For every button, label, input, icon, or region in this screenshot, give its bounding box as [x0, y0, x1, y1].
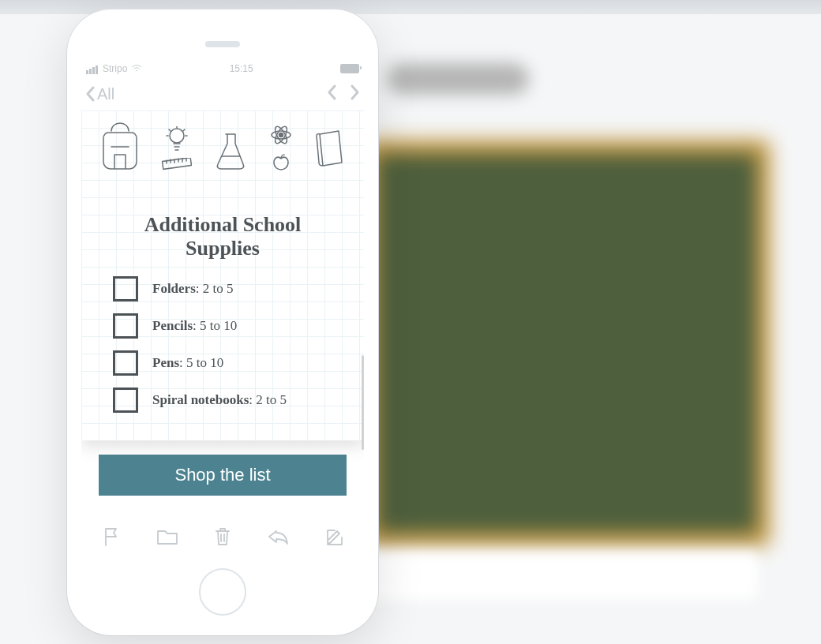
- book-icon: [315, 129, 345, 170]
- phone-screen: Stripo 15:15 All: [81, 60, 364, 553]
- phone-mockup: Stripo 15:15 All: [67, 9, 378, 635]
- svg-point-0: [170, 129, 184, 143]
- mail-nav-bar: All: [81, 77, 364, 110]
- trash-button[interactable]: [214, 526, 231, 550]
- clock-label: 15:15: [230, 63, 253, 74]
- list-item: Spiral notebooks: 2 to 5: [113, 388, 345, 413]
- shop-list-button[interactable]: Shop the list: [99, 455, 347, 496]
- list-item: Folders: 2 to 5: [113, 276, 345, 301]
- home-button[interactable]: [199, 568, 246, 616]
- email-content[interactable]: Additional School Supplies Folders: 2 to…: [81, 110, 364, 517]
- reply-button[interactable]: [267, 528, 289, 549]
- checklist: Folders: 2 to 5 Pencils: 5 to 10 Pens: 5…: [113, 276, 345, 413]
- checkbox-icon[interactable]: [113, 350, 138, 376]
- svg-point-2: [279, 133, 283, 137]
- flask-icon: [214, 131, 247, 170]
- flag-button[interactable]: [102, 526, 121, 550]
- back-label: All: [97, 85, 114, 103]
- backpack-icon: [100, 120, 140, 170]
- signal-icon: [86, 63, 99, 74]
- earpiece-icon: [205, 41, 240, 47]
- carrier-label: Stripo: [103, 63, 127, 74]
- wifi-icon: [131, 64, 142, 73]
- list-item: Pens: 5 to 10: [113, 350, 345, 376]
- atom-icon: [269, 123, 293, 147]
- apple-icon: [272, 153, 290, 170]
- compose-button[interactable]: [324, 527, 343, 549]
- list-item: Pencils: 5 to 10: [113, 313, 345, 339]
- bulb-icon: [166, 126, 188, 153]
- checkbox-icon[interactable]: [113, 388, 138, 413]
- checklist-card: Additional School Supplies Folders: 2 to…: [81, 110, 364, 440]
- card-heading: Additional School Supplies: [81, 213, 364, 260]
- checkbox-icon[interactable]: [113, 313, 138, 339]
- status-bar: Stripo 15:15: [81, 60, 364, 77]
- checkbox-icon[interactable]: [113, 276, 138, 301]
- prev-message-button[interactable]: [326, 84, 337, 104]
- scrollbar-thumb[interactable]: [362, 355, 364, 450]
- battery-icon: [340, 64, 359, 73]
- back-button[interactable]: All: [84, 85, 114, 103]
- doodle-row: [81, 120, 364, 170]
- mail-toolbar: [81, 523, 364, 553]
- move-folder-button[interactable]: [156, 528, 178, 549]
- ruler-icon: [162, 158, 192, 170]
- next-message-button[interactable]: [350, 84, 361, 104]
